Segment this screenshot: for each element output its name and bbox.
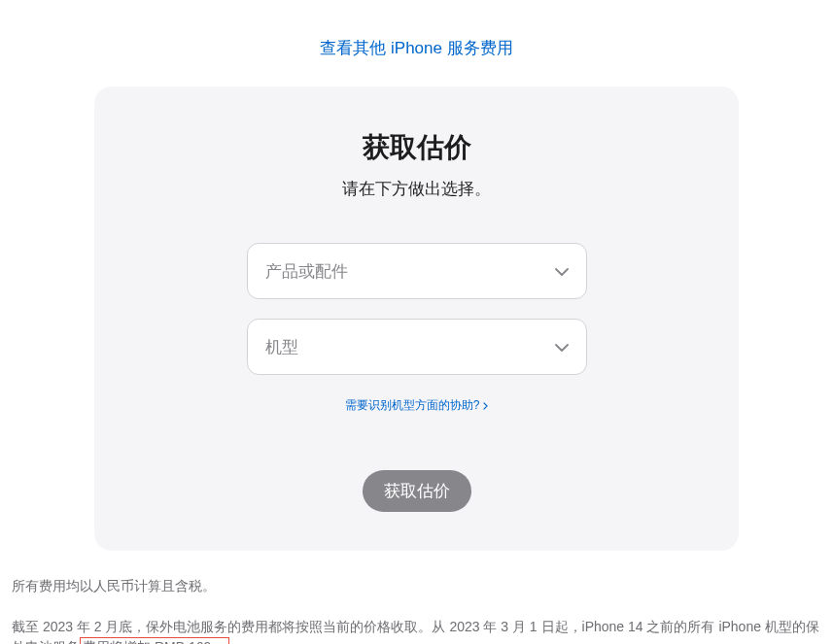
footer-tax-note: 所有费用均以人民币计算且含税。: [12, 576, 821, 597]
select-group: 产品或配件 机型: [247, 243, 587, 375]
product-select[interactable]: 产品或配件: [247, 243, 587, 299]
product-select-placeholder: 产品或配件: [265, 260, 555, 283]
chevron-down-icon: [555, 262, 569, 280]
identify-model-help-link[interactable]: 需要识别机型方面的协助?: [345, 397, 489, 414]
footer-note-highlight: 费用将增加 RMB 169。: [80, 637, 229, 644]
get-estimate-button[interactable]: 获取估价: [363, 470, 471, 512]
footer-price-change-note: 截至 2023 年 2 月底，保外电池服务的费用都将按照当前的价格收取。从 20…: [12, 617, 821, 644]
other-service-fee-link[interactable]: 查看其他 iPhone 服务费用: [320, 39, 512, 57]
footer: 所有费用均以人民币计算且含税。 截至 2023 年 2 月底，保外电池服务的费用…: [0, 551, 833, 644]
model-select[interactable]: 机型: [247, 319, 587, 375]
top-link-container: 查看其他 iPhone 服务费用: [0, 0, 833, 86]
card-subtitle: 请在下方做出选择。: [133, 178, 700, 200]
chevron-down-icon: [555, 338, 569, 356]
model-select-placeholder: 机型: [265, 336, 555, 358]
card-title: 获取估价: [133, 129, 700, 166]
submit-wrap: 获取估价: [133, 470, 700, 512]
help-link-label: 需要识别机型方面的协助?: [345, 397, 480, 414]
estimate-card: 获取估价 请在下方做出选择。 产品或配件 机型 需要识别机型方面的协助? 获取估…: [94, 86, 739, 551]
chevron-right-icon: [483, 399, 488, 413]
